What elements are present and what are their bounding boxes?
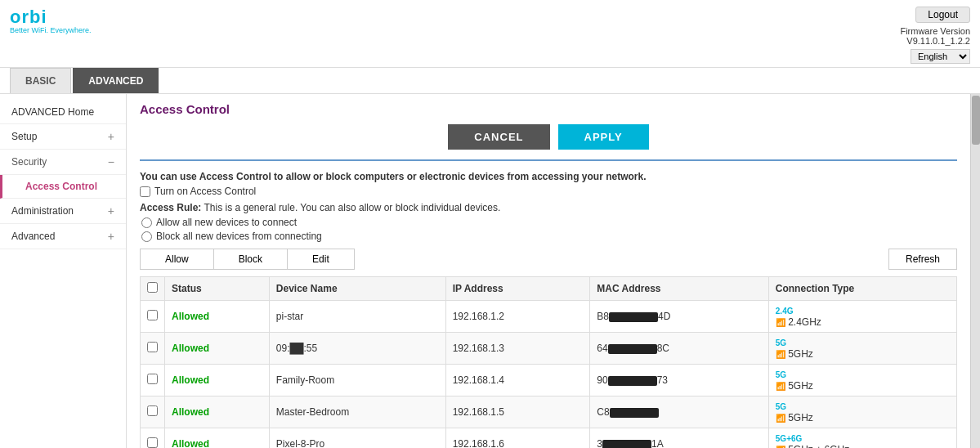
firmware-label: Firmware Version bbox=[900, 26, 970, 36]
row-ip: 192.168.1.6 bbox=[445, 428, 590, 449]
refresh-button[interactable]: Refresh bbox=[888, 249, 957, 270]
turn-on-checkbox-row: Turn on Access Control bbox=[140, 186, 957, 197]
col-checkbox bbox=[141, 277, 165, 301]
block-button[interactable]: Block bbox=[214, 249, 288, 269]
top-header: orbi Better WiFi. Everywhere. Logout Fir… bbox=[0, 0, 980, 68]
row-mac: 90 73 bbox=[590, 365, 769, 396]
nav-tabs: BASIC ADVANCED bbox=[0, 68, 980, 94]
row-device: pi-star bbox=[269, 301, 445, 333]
row-checkbox-cell bbox=[141, 396, 165, 428]
row-device: Master-Bedroom bbox=[269, 396, 445, 428]
sidebar-item-setup[interactable]: Setup + bbox=[0, 124, 126, 150]
col-device-name: Device Name bbox=[269, 277, 445, 301]
row-conn-type: 5G+6G📶 5GHz + 6GHz bbox=[768, 428, 956, 449]
logout-button[interactable]: Logout bbox=[915, 7, 970, 23]
row-checkbox[interactable] bbox=[147, 342, 158, 352]
sidebar-item-access-control[interactable]: Access Control bbox=[0, 175, 126, 199]
row-conn-type: 5G📶 5GHz bbox=[768, 365, 956, 396]
radio-allow-all-input[interactable] bbox=[141, 217, 152, 228]
row-checkbox-cell bbox=[141, 365, 165, 396]
firmware-version: V9.11.0.1_1.2.2 bbox=[906, 36, 970, 46]
content-area: Access Control CANCEL APPLY You can use … bbox=[127, 94, 970, 448]
sidebar-label-administration: Administration bbox=[11, 205, 74, 217]
button-bar: CANCEL APPLY bbox=[140, 124, 957, 161]
access-rule-text: Access Rule: This is a general rule. You… bbox=[140, 202, 957, 213]
action-group: Allow Block Edit bbox=[140, 249, 355, 270]
language-select[interactable]: English Español Français Deutsch bbox=[911, 49, 970, 64]
row-device: 09:██:55 bbox=[269, 333, 445, 365]
tab-advanced[interactable]: ADVANCED bbox=[73, 68, 159, 93]
apply-button[interactable]: APPLY bbox=[558, 124, 649, 150]
scrollbar-thumb[interactable] bbox=[972, 96, 980, 145]
sidebar: ADVANCED Home Setup + Security − Access … bbox=[0, 94, 127, 448]
row-ip: 192.168.1.3 bbox=[445, 333, 590, 365]
row-mac: 3 1A bbox=[590, 428, 769, 449]
tab-basic[interactable]: BASIC bbox=[10, 68, 71, 93]
plus-icon-setup: + bbox=[108, 130, 114, 143]
radio-group: Allow all new devices to connect Block a… bbox=[141, 217, 957, 242]
sidebar-label-security: Security bbox=[11, 156, 47, 168]
plus-icon-advanced: + bbox=[108, 230, 114, 243]
row-checkbox[interactable] bbox=[147, 310, 158, 320]
sidebar-item-advanced-home[interactable]: ADVANCED Home bbox=[0, 101, 126, 124]
table-row: Allowed Master-Bedroom 192.168.1.5 C8 5G… bbox=[141, 396, 957, 428]
table-row: Allowed pi-star 192.168.1.2 B8 4D 2.4G📶 … bbox=[141, 301, 957, 333]
edit-button[interactable]: Edit bbox=[288, 249, 354, 269]
row-status: Allowed bbox=[165, 301, 270, 333]
sidebar-label-access-control: Access Control bbox=[25, 181, 97, 192]
sidebar-label-setup: Setup bbox=[11, 131, 37, 142]
device-table: Status Device Name IP Address MAC Addres… bbox=[140, 276, 957, 448]
radio-block-all-input[interactable] bbox=[141, 231, 152, 242]
firmware-info: Firmware Version V9.11.0.1_1.2.2 bbox=[900, 26, 970, 46]
row-checkbox[interactable] bbox=[147, 405, 158, 416]
row-ip: 192.168.1.4 bbox=[445, 365, 590, 396]
sidebar-item-security[interactable]: Security − bbox=[0, 150, 126, 175]
sidebar-item-administration[interactable]: Administration + bbox=[0, 199, 126, 224]
tagline: Better WiFi. Everywhere. bbox=[10, 26, 92, 34]
scrollbar[interactable] bbox=[970, 94, 980, 448]
logo-area: orbi Better WiFi. Everywhere. bbox=[10, 7, 92, 34]
radio-allow-all: Allow all new devices to connect bbox=[141, 217, 957, 228]
sidebar-item-advanced[interactable]: Advanced + bbox=[0, 224, 126, 249]
radio-block-all: Block all new devices from connecting bbox=[141, 231, 957, 242]
table-row: Allowed 09:██:55 192.168.1.3 64 8C 5G📶 5… bbox=[141, 333, 957, 365]
turn-on-label[interactable]: Turn on Access Control bbox=[154, 186, 256, 197]
row-device: Pixel-8-Pro bbox=[269, 428, 445, 449]
row-mac: 64 8C bbox=[590, 333, 769, 365]
row-checkbox[interactable] bbox=[147, 437, 158, 448]
plus-icon-administration: + bbox=[108, 204, 114, 217]
table-header-row: Status Device Name IP Address MAC Addres… bbox=[141, 277, 957, 301]
actions-row: Allow Block Edit Refresh bbox=[140, 249, 957, 270]
header-right: Logout Firmware Version V9.11.0.1_1.2.2 … bbox=[900, 7, 970, 64]
row-status: Allowed bbox=[165, 428, 270, 449]
turn-on-checkbox[interactable] bbox=[140, 186, 150, 197]
row-status: Allowed bbox=[165, 396, 270, 428]
main-layout: ADVANCED Home Setup + Security − Access … bbox=[0, 94, 980, 448]
row-conn-type: 5G📶 5GHz bbox=[768, 396, 956, 428]
row-checkbox-cell bbox=[141, 301, 165, 333]
radio-block-all-label[interactable]: Block all new devices from connecting bbox=[156, 231, 322, 242]
row-checkbox-cell bbox=[141, 333, 165, 365]
row-checkbox-cell bbox=[141, 428, 165, 449]
cancel-button[interactable]: CANCEL bbox=[448, 124, 549, 150]
row-device: Family-Room bbox=[269, 365, 445, 396]
minus-icon-security: − bbox=[108, 155, 114, 168]
page-title: Access Control bbox=[140, 102, 957, 116]
row-conn-type: 5G📶 5GHz bbox=[768, 333, 956, 365]
select-all-checkbox[interactable] bbox=[147, 282, 158, 293]
row-conn-type: 2.4G📶 2.4GHz bbox=[768, 301, 956, 333]
description-section: You can use Access Control to allow or b… bbox=[140, 171, 957, 242]
radio-allow-all-label[interactable]: Allow all new devices to connect bbox=[156, 217, 297, 228]
access-rule-label: Access Rule: bbox=[140, 202, 201, 213]
sidebar-label-advanced: Advanced bbox=[11, 231, 55, 242]
sidebar-label-advanced-home: ADVANCED Home bbox=[11, 106, 94, 118]
allow-button[interactable]: Allow bbox=[141, 249, 214, 269]
logo: orbi bbox=[10, 7, 92, 28]
col-ip: IP Address bbox=[445, 277, 590, 301]
row-checkbox[interactable] bbox=[147, 374, 158, 384]
col-conn-type: Connection Type bbox=[768, 277, 956, 301]
row-status: Allowed bbox=[165, 333, 270, 365]
access-rule-desc: This is a general rule. You can also all… bbox=[204, 202, 501, 213]
row-status: Allowed bbox=[165, 365, 270, 396]
row-ip: 192.168.1.2 bbox=[445, 301, 590, 333]
